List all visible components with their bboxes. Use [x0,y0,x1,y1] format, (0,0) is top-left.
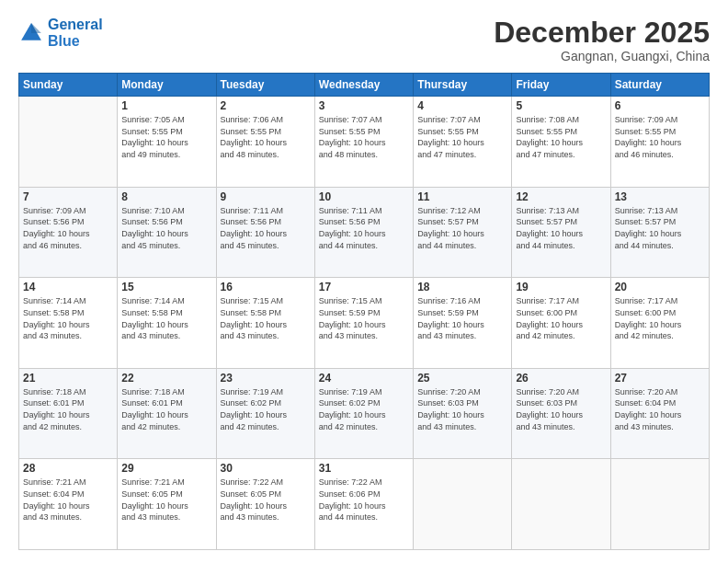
day-info: Sunrise: 7:14 AMSunset: 5:58 PMDaylight:… [23,295,113,341]
day-number: 30 [221,462,311,475]
calendar-cell: 17Sunrise: 7:15 AMSunset: 5:59 PMDayligh… [314,278,413,369]
day-number: 28 [23,462,113,475]
calendar-cell: 5Sunrise: 7:08 AMSunset: 5:55 PMDaylight… [512,97,610,188]
day-info: Sunrise: 7:06 AMSunset: 5:55 PMDaylight:… [221,114,311,160]
calendar-cell: 9Sunrise: 7:11 AMSunset: 5:56 PMDaylight… [216,187,314,278]
calendar-cell: 4Sunrise: 7:07 AMSunset: 5:55 PMDaylight… [414,97,512,188]
calendar-cell: 24Sunrise: 7:19 AMSunset: 6:02 PMDayligh… [314,368,413,459]
day-info: Sunrise: 7:21 AMSunset: 6:04 PMDaylight:… [23,477,113,523]
day-number: 23 [221,372,311,385]
day-number: 1 [121,99,211,112]
calendar-cell: 2Sunrise: 7:06 AMSunset: 5:55 PMDaylight… [216,97,314,188]
calendar-cell: 12Sunrise: 7:13 AMSunset: 5:57 PMDayligh… [512,187,610,278]
day-info: Sunrise: 7:18 AMSunset: 6:01 PMDaylight:… [121,386,211,432]
day-info: Sunrise: 7:20 AMSunset: 6:04 PMDaylight:… [615,386,705,432]
day-number: 6 [615,99,705,112]
calendar-cell: 10Sunrise: 7:11 AMSunset: 5:56 PMDayligh… [314,187,413,278]
day-info: Sunrise: 7:10 AMSunset: 5:56 PMDaylight:… [121,205,211,251]
page: General Blue December 2025 Gangnan, Guan… [0,0,728,563]
day-info: Sunrise: 7:15 AMSunset: 5:59 PMDaylight:… [319,295,409,341]
calendar: SundayMondayTuesdayWednesdayThursdayFrid… [18,73,710,550]
day-number: 20 [615,281,705,293]
calendar-cell: 30Sunrise: 7:22 AMSunset: 6:05 PMDayligh… [216,459,314,550]
day-info: Sunrise: 7:05 AMSunset: 5:55 PMDaylight:… [121,114,211,160]
calendar-cell: 18Sunrise: 7:16 AMSunset: 5:59 PMDayligh… [414,278,512,369]
day-number: 16 [221,281,311,293]
day-number: 18 [417,281,507,293]
day-header-tuesday: Tuesday [216,74,314,97]
calendar-cell: 14Sunrise: 7:14 AMSunset: 5:58 PMDayligh… [19,278,118,369]
day-number: 7 [23,190,113,203]
day-info: Sunrise: 7:11 AMSunset: 5:56 PMDaylight:… [319,205,409,251]
calendar-cell: 26Sunrise: 7:20 AMSunset: 6:03 PMDayligh… [512,368,610,459]
day-header-thursday: Thursday [414,74,512,97]
calendar-cell [414,459,512,550]
day-number: 4 [417,99,507,112]
calendar-cell: 13Sunrise: 7:13 AMSunset: 5:57 PMDayligh… [610,187,709,278]
day-header-wednesday: Wednesday [314,74,413,97]
day-info: Sunrise: 7:15 AMSunset: 5:58 PMDaylight:… [221,295,311,341]
title-block: December 2025 Gangnan, Guangxi, China [494,17,710,63]
calendar-cell: 8Sunrise: 7:10 AMSunset: 5:56 PMDaylight… [118,187,216,278]
location-subtitle: Gangnan, Guangxi, China [494,49,710,63]
day-number: 19 [516,281,606,293]
day-number: 21 [23,372,113,385]
day-info: Sunrise: 7:07 AMSunset: 5:55 PMDaylight:… [417,114,507,160]
day-info: Sunrise: 7:19 AMSunset: 6:02 PMDaylight:… [221,386,311,432]
logo-text: General Blue [48,17,103,49]
calendar-cell: 19Sunrise: 7:17 AMSunset: 6:00 PMDayligh… [512,278,610,369]
day-info: Sunrise: 7:07 AMSunset: 5:55 PMDaylight:… [319,114,409,160]
calendar-cell: 3Sunrise: 7:07 AMSunset: 5:55 PMDaylight… [314,97,413,188]
day-number: 24 [319,372,409,385]
day-info: Sunrise: 7:21 AMSunset: 6:05 PMDaylight:… [121,477,211,523]
calendar-cell [610,459,709,550]
day-number: 26 [516,372,606,385]
month-title: December 2025 [494,17,710,49]
calendar-cell [19,97,118,188]
day-info: Sunrise: 7:18 AMSunset: 6:01 PMDaylight:… [23,386,113,432]
logo-line1: General [48,17,103,32]
day-info: Sunrise: 7:13 AMSunset: 5:57 PMDaylight:… [615,205,705,251]
calendar-cell: 6Sunrise: 7:09 AMSunset: 5:55 PMDaylight… [610,97,709,188]
calendar-cell: 22Sunrise: 7:18 AMSunset: 6:01 PMDayligh… [118,368,216,459]
calendar-cell: 16Sunrise: 7:15 AMSunset: 5:58 PMDayligh… [216,278,314,369]
svg-marker-1 [31,23,41,33]
day-info: Sunrise: 7:11 AMSunset: 5:56 PMDaylight:… [221,205,311,251]
day-info: Sunrise: 7:19 AMSunset: 6:02 PMDaylight:… [319,386,409,432]
calendar-cell: 20Sunrise: 7:17 AMSunset: 6:00 PMDayligh… [610,278,709,369]
calendar-week-2: 7Sunrise: 7:09 AMSunset: 5:56 PMDaylight… [19,187,710,278]
day-number: 27 [615,372,705,385]
calendar-cell: 31Sunrise: 7:22 AMSunset: 6:06 PMDayligh… [314,459,413,550]
day-number: 3 [319,99,409,112]
day-info: Sunrise: 7:09 AMSunset: 5:56 PMDaylight:… [23,205,113,251]
day-number: 2 [221,99,311,112]
day-info: Sunrise: 7:20 AMSunset: 6:03 PMDaylight:… [417,386,507,432]
calendar-cell: 29Sunrise: 7:21 AMSunset: 6:05 PMDayligh… [118,459,216,550]
calendar-cell: 27Sunrise: 7:20 AMSunset: 6:04 PMDayligh… [610,368,709,459]
calendar-week-3: 14Sunrise: 7:14 AMSunset: 5:58 PMDayligh… [19,278,710,369]
day-info: Sunrise: 7:20 AMSunset: 6:03 PMDaylight:… [516,386,606,432]
day-number: 13 [615,190,705,203]
calendar-cell: 1Sunrise: 7:05 AMSunset: 5:55 PMDaylight… [118,97,216,188]
day-number: 22 [121,372,211,385]
header: General Blue December 2025 Gangnan, Guan… [18,17,710,63]
day-number: 25 [417,372,507,385]
day-info: Sunrise: 7:17 AMSunset: 6:00 PMDaylight:… [615,295,705,341]
day-info: Sunrise: 7:08 AMSunset: 5:55 PMDaylight:… [516,114,606,160]
day-number: 10 [319,190,409,203]
day-info: Sunrise: 7:12 AMSunset: 5:57 PMDaylight:… [417,205,507,251]
day-header-saturday: Saturday [610,74,709,97]
calendar-week-5: 28Sunrise: 7:21 AMSunset: 6:04 PMDayligh… [19,459,710,550]
day-number: 31 [319,462,409,475]
day-info: Sunrise: 7:22 AMSunset: 6:05 PMDaylight:… [221,477,311,523]
day-number: 15 [121,281,211,293]
day-info: Sunrise: 7:17 AMSunset: 6:00 PMDaylight:… [516,295,606,341]
day-header-monday: Monday [118,74,216,97]
calendar-cell: 15Sunrise: 7:14 AMSunset: 5:58 PMDayligh… [118,278,216,369]
day-info: Sunrise: 7:16 AMSunset: 5:59 PMDaylight:… [417,295,507,341]
calendar-cell [512,459,610,550]
day-number: 29 [121,462,211,475]
day-info: Sunrise: 7:09 AMSunset: 5:55 PMDaylight:… [615,114,705,160]
calendar-header-row: SundayMondayTuesdayWednesdayThursdayFrid… [19,74,710,97]
day-number: 17 [319,281,409,293]
